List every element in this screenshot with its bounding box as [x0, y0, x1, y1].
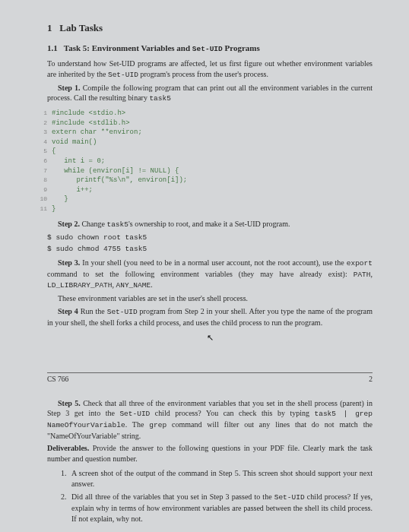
step3-label: Step 3. [58, 258, 80, 267]
list-item: 2. Did all three of the variables that y… [61, 492, 373, 524]
sec1-title: Lab Tasks [59, 22, 103, 33]
intro-paragraph: To understand how Set-UID programs are a… [47, 59, 373, 80]
cursor-pointer: ↖ [47, 332, 373, 344]
list-item: 1. A screen shot of the output of the co… [61, 468, 373, 489]
section-1-1-heading: 1.1 Task 5: Environment Variables and Se… [47, 43, 373, 55]
sec1-num: 1 [47, 22, 52, 33]
step1-paragraph: Step 1. Compile the following program th… [47, 83, 373, 104]
step2-label: Step 2. [58, 220, 80, 228]
cmd1: $ sudo chown root task5 [47, 233, 373, 243]
sec11-num: 1.1 [47, 43, 58, 52]
step3b-paragraph: These environment variables are set in t… [47, 293, 373, 304]
step1-label: Step 1. [58, 84, 81, 92]
step4-label: Step 4 [58, 307, 78, 315]
step5-paragraph: Step 5. Check that all three of the envi… [47, 398, 373, 442]
step4-paragraph: Step 4 Run the Set-UID program from Step… [47, 306, 373, 328]
shell-commands: $ sudo chown root task5 $ sudo chmod 475… [47, 233, 373, 255]
sec11-tt: Set-UID [192, 45, 223, 53]
step3-paragraph: Step 3. In your shell (you need to be in… [47, 258, 373, 291]
footer-right: 2 [369, 375, 373, 385]
sec11-title: Task 5: Environment Variables and [64, 43, 190, 52]
code-listing: 1#include <stdio.h> 2#include <stdlib.h>… [36, 109, 373, 214]
deliverables-paragraph: Deliverables. Provide the answer to the … [47, 443, 373, 464]
cmd2: $ sudo chmod 4755 task5 [47, 244, 373, 255]
question-list: 1. A screen shot of the output of the co… [61, 468, 373, 524]
page-footer: CS 766 2 [47, 372, 373, 385]
step5-label: Step 5. [58, 399, 81, 407]
sec11-end: Programs [223, 43, 260, 52]
footer-left: CS 766 [47, 375, 68, 385]
section-1-heading: 1 Lab Tasks [47, 21, 373, 35]
step2-paragraph: Step 2. Change task5's ownership to root… [47, 219, 373, 230]
deliv-label: Deliverables. [47, 444, 89, 452]
